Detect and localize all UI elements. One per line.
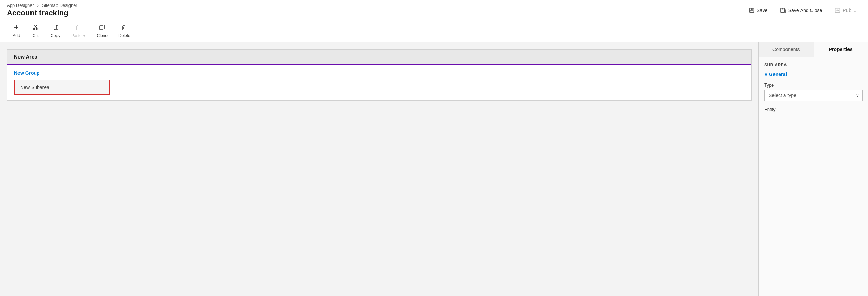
svg-rect-17	[123, 26, 126, 30]
cut-icon	[32, 24, 39, 32]
area-header[interactable]: New Area	[7, 50, 751, 65]
publish-button[interactable]: Publ...	[830, 5, 861, 15]
type-field-group: Type Select a type ∨	[764, 82, 863, 101]
save-label: Save	[757, 8, 768, 13]
svg-rect-1	[751, 8, 752, 10]
save-icon	[749, 7, 755, 13]
cut-button[interactable]: Cut	[26, 23, 45, 39]
area-content: New Group New Subarea	[7, 65, 751, 100]
breadcrumb: App Designer › Sitemap Designer	[7, 3, 77, 8]
breadcrumb-part1[interactable]: App Designer	[7, 3, 34, 8]
copy-button[interactable]: Copy	[45, 23, 66, 39]
publish-icon	[834, 7, 841, 13]
copy-icon	[52, 24, 59, 32]
copy-label: Copy	[51, 33, 60, 38]
right-panel: Components Properties SUB AREA ∨ General…	[758, 42, 868, 296]
save-and-close-icon	[780, 7, 786, 13]
paste-arrow-icon[interactable]: ▼	[83, 34, 86, 38]
panel-group-title: ∨ General	[764, 72, 863, 77]
svg-rect-14	[77, 26, 80, 30]
group-title[interactable]: New Group	[14, 70, 744, 76]
panel-tabs: Components Properties	[759, 42, 868, 57]
header-left: App Designer › Sitemap Designer Account …	[7, 3, 77, 17]
paste-button[interactable]: Paste ▼	[66, 23, 91, 39]
toolbar: Add Cut Copy Pas	[0, 20, 868, 42]
publish-label: Publ...	[843, 8, 856, 13]
add-button[interactable]: Add	[7, 23, 26, 39]
svg-point-10	[33, 28, 35, 30]
paste-label: Paste	[71, 33, 82, 38]
tab-components[interactable]: Components	[759, 42, 814, 57]
type-select[interactable]: Select a type	[764, 90, 863, 101]
area-title: New Area	[14, 54, 744, 60]
canvas[interactable]: New Area New Group New Subarea	[0, 42, 758, 296]
cut-label: Cut	[33, 33, 39, 38]
header: App Designer › Sitemap Designer Account …	[0, 0, 868, 20]
save-and-close-button[interactable]: Save And Close	[775, 5, 827, 15]
svg-rect-13	[53, 25, 56, 29]
entity-field-group: Entity	[764, 107, 863, 112]
page-title: Account tracking	[7, 9, 77, 17]
breadcrumb-part2[interactable]: Sitemap Designer	[42, 3, 77, 8]
breadcrumb-separator: ›	[37, 3, 38, 8]
delete-icon	[121, 24, 128, 32]
clone-label: Clone	[97, 33, 108, 38]
subarea-item[interactable]: New Subarea	[14, 80, 110, 95]
save-button[interactable]: Save	[744, 5, 772, 15]
svg-point-11	[37, 28, 38, 30]
panel-section-title: SUB AREA	[764, 63, 863, 67]
add-label: Add	[13, 33, 20, 38]
type-select-wrapper: Select a type ∨	[764, 90, 863, 101]
save-and-close-label: Save And Close	[788, 8, 822, 13]
entity-field-label: Entity	[764, 107, 863, 112]
area-block: New Area New Group New Subarea	[7, 49, 752, 101]
svg-rect-4	[782, 8, 783, 9]
header-actions: Save Save And Close Publ...	[744, 5, 861, 15]
paste-icon	[75, 24, 82, 32]
add-icon	[13, 24, 20, 32]
svg-rect-2	[750, 10, 753, 12]
tab-properties[interactable]: Properties	[814, 42, 868, 57]
clone-icon	[99, 24, 105, 32]
main-layout: New Area New Group New Subarea Component…	[0, 42, 868, 296]
delete-button[interactable]: Delete	[113, 23, 136, 39]
chevron-down-icon: ∨	[764, 72, 768, 77]
type-field-label: Type	[764, 82, 863, 88]
delete-label: Delete	[118, 33, 130, 38]
clone-button[interactable]: Clone	[91, 23, 113, 39]
panel-content: SUB AREA ∨ General Type Select a type ∨ …	[759, 57, 868, 296]
